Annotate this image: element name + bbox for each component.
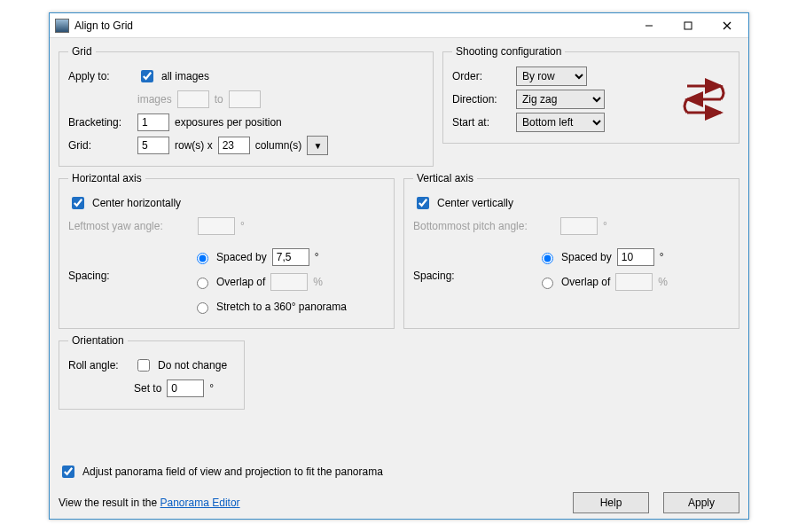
degree-symbol: ° [240,220,245,232]
v-spacing-label: Spacing: [413,245,537,282]
h-stretch-label: Stretch to a 360° panorama [216,301,347,313]
horizontal-axis-group: Horizontal axis Center horizontally Left… [59,172,395,329]
cols-label: column(s) [255,139,302,152]
to-label: to [215,93,223,106]
degree-symbol: ° [209,382,214,395]
do-not-change-label: Do not change [158,359,227,372]
v-spaced-by-radio[interactable] [542,253,553,264]
start-label: Start at: [452,116,511,129]
percent-symbol: % [658,276,668,288]
start-select[interactable]: Bottom left [516,113,605,132]
leftmost-yaw-input [198,217,235,235]
maximize-button[interactable] [669,14,708,37]
h-spacing-label: Spacing: [68,245,192,282]
images-to-input [229,90,261,108]
degree-symbol: ° [315,251,319,263]
v-overlap-radio[interactable] [542,278,553,289]
bottommost-pitch-input [560,217,598,235]
close-button[interactable] [708,14,747,37]
h-overlap-input [270,273,308,291]
orientation-group: Orientation Roll angle: Do not change Se… [59,334,245,410]
vertical-axis-group: Vertical axis Center vertically Bottommo… [403,172,739,329]
order-select[interactable]: By row [516,66,587,86]
view-result-text: View the result in the Panorama Editor [59,497,240,509]
bottommost-pitch-label: Bottommost pitch angle: [413,220,555,232]
window-title: Align to Grid [74,20,133,32]
degree-symbol: ° [660,251,664,263]
v-spaced-by-label: Spaced by [561,251,612,263]
adjust-fov-label: Adjust panorama field of view and projec… [82,466,383,478]
leftmost-yaw-label: Leftmost yaw angle: [68,220,192,232]
titlebar: Align to Grid [50,13,748,38]
h-overlap-radio[interactable] [197,278,208,289]
rows-input[interactable] [137,137,169,154]
h-spaced-by-label: Spaced by [216,251,267,263]
roll-angle-label: Roll angle: [68,359,129,372]
direction-label: Direction: [452,93,511,106]
center-horizontally-checkbox[interactable] [72,197,84,209]
app-icon [55,19,69,33]
adjust-fov-checkbox[interactable] [62,466,74,478]
svg-rect-1 [685,22,692,29]
orientation-legend: Orientation [68,334,128,347]
v-overlap-input [615,273,653,291]
haxis-legend: Horizontal axis [68,172,145,184]
all-images-checkbox[interactable] [141,70,153,82]
h-overlap-label: Overlap of [216,276,265,288]
center-vertically-label: Center vertically [437,197,513,209]
rows-x-label: row(s) x [175,139,213,152]
order-label: Order: [452,70,511,82]
panorama-editor-link[interactable]: Panorama Editor [160,497,240,509]
zigzag-arrows-icon [682,77,728,121]
percent-symbol: % [313,276,323,288]
bracketing-input[interactable] [137,113,169,131]
all-images-label: all images [161,70,209,82]
v-overlap-label: Overlap of [561,276,610,288]
do-not-change-checkbox[interactable] [137,359,150,372]
grid-label: Grid: [68,139,132,152]
vaxis-legend: Vertical axis [413,172,477,184]
degree-symbol: ° [603,220,607,232]
center-horizontally-label: Center horizontally [92,197,181,209]
bracketing-label: Bracketing: [68,116,132,129]
minimize-button[interactable] [630,14,669,37]
images-label: images [137,93,172,106]
shooting-config-group: Shooting configuration Order: By row Dir… [442,45,739,144]
v-spaced-by-input[interactable] [617,248,654,266]
apply-to-label: Apply to: [68,70,132,82]
roll-angle-input[interactable] [167,379,204,397]
direction-select[interactable]: Zig zag [516,90,605,109]
apply-button[interactable]: Apply [663,492,739,513]
cols-input[interactable] [218,137,250,154]
bracketing-suffix: exposures per position [175,116,282,129]
shooting-legend: Shooting configuration [452,45,565,58]
view-result-prefix: View the result in the [59,497,160,509]
h-spaced-by-input[interactable] [272,248,309,266]
h-spaced-by-radio[interactable] [197,253,208,264]
images-from-input [177,90,209,108]
grid-dropdown-button[interactable]: ▼ [307,136,328,155]
grid-group: Grid Apply to: all images images to Brac… [59,45,434,167]
help-button[interactable]: Help [573,492,649,513]
grid-legend: Grid [68,45,96,58]
center-vertically-checkbox[interactable] [417,197,429,209]
set-to-label: Set to [134,382,161,395]
h-stretch-radio[interactable] [197,302,208,314]
